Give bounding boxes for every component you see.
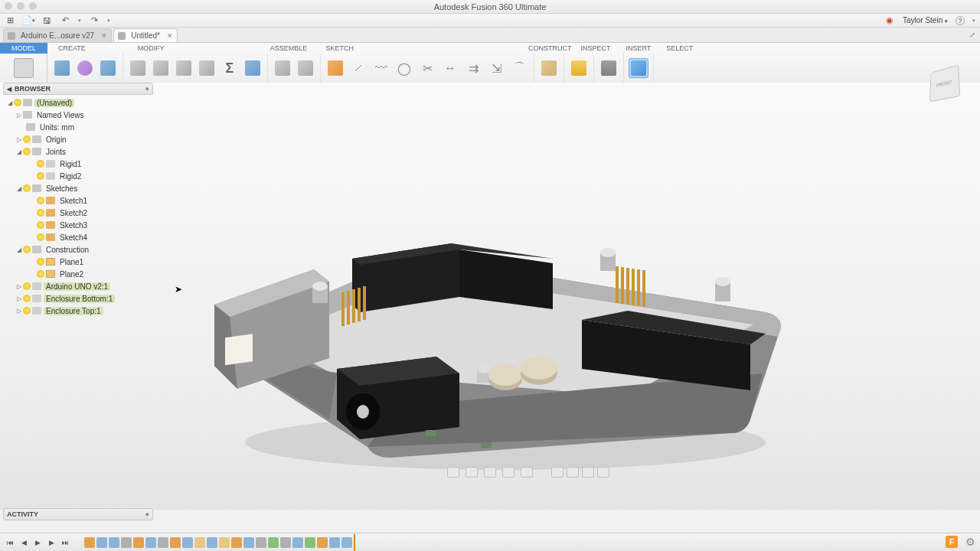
- timeline-feature[interactable]: [133, 537, 144, 548]
- tree-sketch4[interactable]: Sketch4: [5, 231, 153, 243]
- tree-sketch1[interactable]: Sketch1: [5, 194, 153, 207]
- tl-play[interactable]: ▶: [32, 537, 43, 548]
- timeline-feature[interactable]: [280, 537, 291, 548]
- pan-icon[interactable]: [484, 467, 496, 478]
- timeline-feature[interactable]: [207, 537, 217, 548]
- user-menu[interactable]: Taylor Stein ▾: [903, 16, 948, 24]
- trim-tool[interactable]: ✂: [417, 58, 437, 78]
- file-tab-untitled[interactable]: Untitled* ✕: [113, 28, 178, 42]
- project-tool[interactable]: ⇲: [486, 58, 506, 78]
- tl-end[interactable]: ⏭: [60, 537, 70, 548]
- browser-header[interactable]: ◀ BROWSER ●: [3, 83, 153, 95]
- close-icon[interactable]: ✕: [101, 32, 107, 40]
- tree-units[interactable]: Units: mm: [5, 121, 153, 133]
- viewcube[interactable]: FRONT: [922, 61, 966, 106]
- timeline-feature[interactable]: [182, 537, 193, 548]
- redo-icon[interactable]: ↷: [89, 15, 100, 26]
- timeline-feature[interactable]: [194, 537, 205, 548]
- timeline-feature[interactable]: [109, 537, 119, 548]
- workspace-label[interactable]: MODEL: [0, 43, 47, 54]
- create-sketch-tool[interactable]: [325, 58, 345, 78]
- expand-tabs-icon[interactable]: ⤢: [969, 31, 975, 39]
- close-window[interactable]: [5, 2, 12, 10]
- tree-enclosure-top[interactable]: ▷Enclosure Top:1: [5, 305, 153, 317]
- tl-prev[interactable]: ◀: [18, 537, 29, 548]
- tree-joints[interactable]: ◢Joints: [5, 145, 153, 158]
- timeline-feature[interactable]: [219, 537, 230, 548]
- tree-origin[interactable]: ▷Origin: [5, 133, 153, 145]
- press-pull-tool[interactable]: [128, 58, 148, 78]
- look-icon[interactable]: [466, 467, 478, 478]
- help-caret-icon[interactable]: ▾: [972, 18, 975, 24]
- tree-rigid1[interactable]: Rigid1: [5, 158, 153, 170]
- plane-tool[interactable]: [539, 58, 559, 78]
- timeline-feature[interactable]: [256, 537, 266, 548]
- offset-tool[interactable]: ⇉: [463, 58, 483, 78]
- tree-rigid2[interactable]: Rigid2: [5, 170, 153, 182]
- viewport-icon[interactable]: [582, 467, 594, 478]
- tree-construction[interactable]: ◢Construction: [5, 243, 153, 256]
- file-menu[interactable]: 📄▾: [23, 15, 34, 26]
- file-tab-arduino[interactable]: Arduino E...osure v27 ✕: [3, 28, 112, 42]
- dimension-tool[interactable]: ↔: [440, 58, 460, 78]
- close-icon[interactable]: ✕: [167, 32, 173, 40]
- zoom-icon[interactable]: [502, 467, 514, 478]
- as-built-joint-tool[interactable]: [296, 58, 315, 78]
- circle-tool[interactable]: ◯: [394, 58, 414, 78]
- undo-icon[interactable]: ↶: [60, 15, 70, 26]
- timeline-marker[interactable]: [354, 534, 355, 551]
- combine-tool[interactable]: [197, 58, 217, 78]
- spline-tool[interactable]: 〰: [371, 58, 391, 78]
- viewports-icon[interactable]: [597, 467, 609, 478]
- timeline-feature[interactable]: [170, 537, 181, 548]
- timeline-feature[interactable]: [121, 537, 132, 548]
- sphere-tool[interactable]: [75, 58, 95, 78]
- shell-tool[interactable]: [174, 58, 194, 78]
- tree-plane2[interactable]: Plane2: [5, 268, 153, 280]
- viewport[interactable]: ◀ BROWSER ● ◢(Unsaved) ▷Named Views Unit…: [0, 83, 980, 510]
- joint-tool[interactable]: [273, 58, 292, 78]
- line-tool[interactable]: ⟋: [348, 58, 368, 78]
- measure-tool[interactable]: [569, 58, 589, 78]
- timeline-feature[interactable]: [317, 537, 328, 548]
- model-3d[interactable]: [199, 167, 789, 473]
- workspace-switcher[interactable]: [0, 54, 47, 83]
- box-tool[interactable]: [52, 58, 72, 78]
- tree-sketch2[interactable]: Sketch2: [5, 207, 153, 219]
- undo-caret-icon[interactable]: ▾: [78, 18, 81, 24]
- viewcube-face[interactable]: FRONT: [929, 64, 960, 102]
- timeline-feature[interactable]: [84, 537, 95, 548]
- timeline-feature[interactable]: [243, 537, 254, 548]
- tree-root[interactable]: ◢(Unsaved): [5, 96, 153, 109]
- gear-icon[interactable]: ⚙: [965, 536, 975, 548]
- fillet-tool[interactable]: [151, 58, 171, 78]
- redo-caret-icon[interactable]: ▾: [107, 18, 110, 24]
- record-icon[interactable]: ◉: [884, 15, 895, 26]
- orbit-icon[interactable]: [447, 467, 459, 478]
- grid-icon[interactable]: ⊞: [5, 15, 15, 26]
- insert-tool[interactable]: [599, 58, 619, 78]
- fusion-logo-icon[interactable]: F: [946, 536, 958, 548]
- timeline-feature[interactable]: [305, 537, 315, 548]
- tree-plane1[interactable]: Plane1: [5, 256, 153, 268]
- fit-icon[interactable]: [521, 467, 533, 478]
- pin-icon[interactable]: ●: [145, 85, 149, 93]
- help-icon[interactable]: ?: [956, 16, 965, 25]
- timeline-feature[interactable]: [145, 537, 156, 548]
- arc-tool[interactable]: ⌒: [509, 58, 529, 78]
- tree-sketches[interactable]: ◢Sketches: [5, 182, 153, 194]
- timeline-feature[interactable]: [231, 537, 242, 548]
- tree-enclosure-bottom[interactable]: ▷Enclosure Bottom:1: [5, 292, 153, 305]
- window-traffic-lights[interactable]: [5, 2, 37, 10]
- save-icon[interactable]: 🖫: [41, 15, 52, 26]
- maximize-window[interactable]: [29, 2, 37, 10]
- minimize-window[interactable]: [17, 2, 24, 10]
- tree-sketch3[interactable]: Sketch3: [5, 219, 153, 231]
- timeline-feature[interactable]: [341, 537, 352, 548]
- grid-settings-icon[interactable]: [567, 467, 579, 478]
- pin-icon[interactable]: ●: [145, 510, 149, 518]
- timeline-feature[interactable]: [158, 537, 168, 548]
- create-form-tool[interactable]: [98, 58, 118, 78]
- tree-arduino[interactable]: ▷Arduino UNO v2:1: [5, 280, 153, 292]
- activity-panel[interactable]: ACTIVITY ●: [3, 508, 153, 520]
